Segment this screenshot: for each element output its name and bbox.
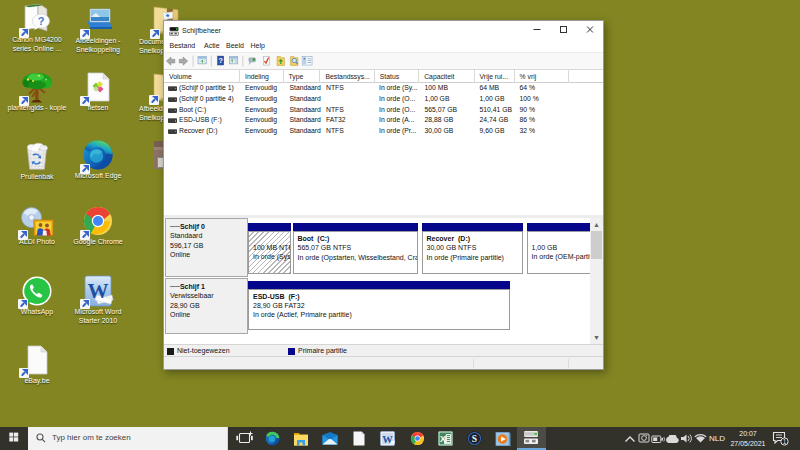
- svg-text:W: W: [382, 434, 393, 445]
- svg-text:X: X: [440, 434, 446, 444]
- svg-text:W: W: [88, 279, 109, 303]
- svg-text:S: S: [472, 434, 477, 444]
- svg-text:?: ?: [38, 15, 45, 27]
- svg-text:?: ?: [218, 56, 222, 65]
- svg-text:1: 1: [783, 438, 787, 445]
